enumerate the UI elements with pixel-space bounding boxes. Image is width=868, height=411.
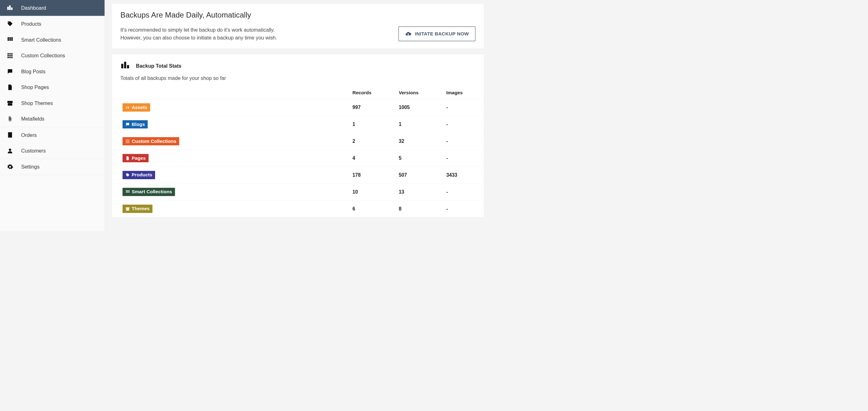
cell-images: - xyxy=(442,99,484,116)
code-icon xyxy=(125,105,130,110)
initiate-backup-label: INITATE BACKUP NOW xyxy=(415,31,469,36)
cloud-upload-icon xyxy=(405,31,411,37)
sidebar-item-smart-collections[interactable]: Smart Collections xyxy=(0,32,105,48)
tag-icon xyxy=(125,172,130,177)
sidebar-item-label: Products xyxy=(21,21,99,27)
sidebar-item-shop-pages[interactable]: Shop Pages xyxy=(0,79,105,95)
hero-card: Backups Are Made Daily, Automatically It… xyxy=(112,3,484,49)
table-row: Blogs11- xyxy=(112,116,484,133)
table-row: Custom Collections232- xyxy=(112,133,484,150)
person-icon xyxy=(7,148,13,154)
cell-records: 178 xyxy=(348,167,395,184)
table-row: Products1785073433 xyxy=(112,167,484,184)
hero-description: It's recommended to simply let the backu… xyxy=(120,26,277,41)
badge-custom-collections[interactable]: Custom Collections xyxy=(123,137,179,145)
sidebar: DashboardProductsSmart CollectionsCustom… xyxy=(0,0,105,231)
store-icon xyxy=(7,100,13,106)
sidebar-item-orders[interactable]: Orders xyxy=(0,127,105,143)
cell-versions: 5 xyxy=(395,150,442,167)
cell-records: 997 xyxy=(348,99,395,116)
sidebar-item-label: Blog Posts xyxy=(21,69,99,74)
sidebar-item-settings[interactable]: Settings xyxy=(0,159,105,175)
grid-icon xyxy=(7,36,13,43)
stats-table: Records Versions Images Assets9971005-Bl… xyxy=(112,87,484,217)
cell-images: - xyxy=(442,200,484,217)
cell-images: 3433 xyxy=(442,167,484,184)
receipt-icon xyxy=(7,132,13,138)
badge-assets[interactable]: Assets xyxy=(123,103,150,112)
initiate-backup-button[interactable]: INITATE BACKUP NOW xyxy=(398,26,475,41)
cell-versions: 507 xyxy=(395,167,442,184)
bars-icon xyxy=(7,5,13,11)
tag-icon xyxy=(7,21,13,27)
cell-records: 1 xyxy=(348,116,395,133)
cell-records: 6 xyxy=(348,200,395,217)
cell-images: - xyxy=(442,133,484,150)
chat-icon xyxy=(7,68,13,74)
col-images: Images xyxy=(442,87,484,99)
cell-records: 10 xyxy=(348,184,395,200)
table-row: Smart Collections1013- xyxy=(112,184,484,200)
store-icon xyxy=(125,207,130,211)
sidebar-item-metafields[interactable]: Metafields xyxy=(0,111,105,127)
col-versions: Versions xyxy=(395,87,442,99)
sidebar-item-label: Metafields xyxy=(21,116,99,122)
sidebar-item-label: Settings xyxy=(21,164,99,170)
sidebar-item-products[interactable]: Products xyxy=(0,16,105,32)
chat-icon xyxy=(125,122,130,127)
grid9-icon xyxy=(125,139,130,144)
sidebar-item-label: Custom Collections xyxy=(21,53,99,59)
sidebar-item-label: Dashboard xyxy=(21,5,99,11)
cell-versions: 1 xyxy=(395,116,442,133)
badge-pages[interactable]: Pages xyxy=(123,154,149,162)
sidebar-item-label: Customers xyxy=(21,148,99,154)
main-content: Backups Are Made Daily, Automatically It… xyxy=(105,0,488,231)
badge-products[interactable]: Products xyxy=(123,171,155,179)
bars-icon xyxy=(120,60,130,71)
page-icon xyxy=(125,156,130,160)
gear-icon xyxy=(7,163,13,170)
sidebar-item-shop-themes[interactable]: Shop Themes xyxy=(0,95,105,111)
cell-records: 2 xyxy=(348,133,395,150)
cell-images: - xyxy=(442,116,484,133)
sidebar-item-dashboard[interactable]: Dashboard xyxy=(0,0,105,16)
grid-icon xyxy=(125,190,130,194)
page-icon xyxy=(7,84,13,91)
stats-subtitle: Totals of all backups made for your shop… xyxy=(112,71,484,87)
cell-images: - xyxy=(442,150,484,167)
page-title: Backups Are Made Daily, Automatically xyxy=(120,11,475,20)
col-records: Records xyxy=(348,87,395,99)
sidebar-item-label: Shop Themes xyxy=(21,100,99,106)
cell-versions: 8 xyxy=(395,200,442,217)
sidebar-item-blog-posts[interactable]: Blog Posts xyxy=(0,64,105,80)
stats-title: Backup Total Stats xyxy=(136,63,181,69)
cell-versions: 1005 xyxy=(395,99,442,116)
cell-records: 4 xyxy=(348,150,395,167)
grid9-icon xyxy=(7,52,13,59)
sidebar-item-label: Shop Pages xyxy=(21,84,99,90)
cell-images: - xyxy=(442,184,484,200)
sidebar-item-label: Orders xyxy=(21,132,99,138)
table-row: Themes68- xyxy=(112,200,484,217)
stats-card: Backup Total Stats Totals of all backups… xyxy=(112,54,484,217)
badge-themes[interactable]: Themes xyxy=(123,204,153,213)
table-row: Assets9971005- xyxy=(112,99,484,116)
cell-versions: 32 xyxy=(395,133,442,150)
cell-versions: 13 xyxy=(395,184,442,200)
badge-smart-collections[interactable]: Smart Collections xyxy=(123,188,175,196)
paperclip-icon xyxy=(7,116,13,122)
sidebar-item-customers[interactable]: Customers xyxy=(0,143,105,159)
table-row: Pages45- xyxy=(112,150,484,167)
sidebar-item-custom-collections[interactable]: Custom Collections xyxy=(0,48,105,64)
sidebar-item-label: Smart Collections xyxy=(21,37,99,43)
badge-blogs[interactable]: Blogs xyxy=(123,120,148,128)
